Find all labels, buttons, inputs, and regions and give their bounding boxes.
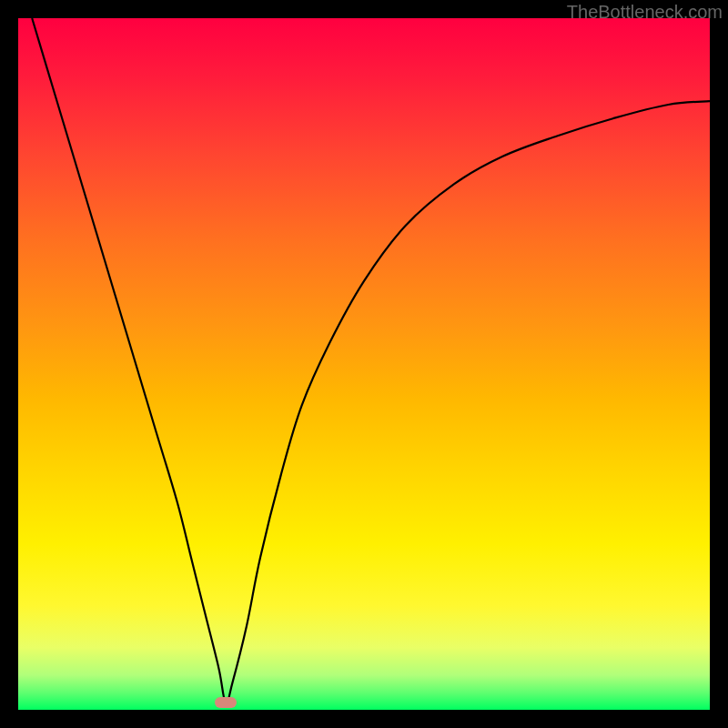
bottleneck-curve-path (32, 18, 710, 703)
bottleneck-curve-svg (18, 18, 710, 710)
optimal-point-marker (215, 697, 237, 708)
watermark-text: TheBottleneck.com (567, 2, 723, 23)
